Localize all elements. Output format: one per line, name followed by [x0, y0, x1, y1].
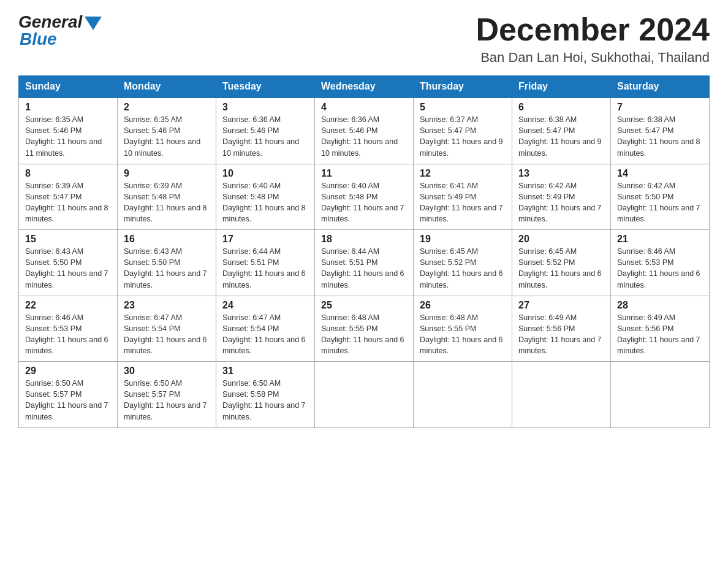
- title-area: December 2024 Ban Dan Lan Hoi, Sukhothai…: [476, 12, 710, 66]
- calendar-day-cell: 6Sunrise: 6:38 AMSunset: 5:47 PMDaylight…: [512, 98, 611, 164]
- calendar-day-cell: 7Sunrise: 6:38 AMSunset: 5:47 PMDaylight…: [611, 98, 710, 164]
- calendar-day-cell: 12Sunrise: 6:41 AMSunset: 5:49 PMDayligh…: [414, 164, 512, 230]
- day-number: 13: [518, 168, 604, 179]
- day-number: 26: [420, 300, 506, 311]
- weekday-header-sunday: Sunday: [19, 76, 118, 98]
- day-info: Sunrise: 6:35 AMSunset: 5:46 PMDaylight:…: [25, 114, 111, 159]
- weekday-header-friday: Friday: [512, 76, 611, 98]
- calendar-day-cell: 13Sunrise: 6:42 AMSunset: 5:49 PMDayligh…: [512, 164, 611, 230]
- logo: General Blue: [18, 12, 102, 49]
- day-info: Sunrise: 6:50 AMSunset: 5:57 PMDaylight:…: [25, 378, 111, 423]
- day-info: Sunrise: 6:39 AMSunset: 5:47 PMDaylight:…: [25, 180, 111, 225]
- day-info: Sunrise: 6:36 AMSunset: 5:46 PMDaylight:…: [222, 114, 308, 159]
- day-info: Sunrise: 6:36 AMSunset: 5:46 PMDaylight:…: [321, 114, 407, 159]
- weekday-header-monday: Monday: [118, 76, 216, 98]
- weekday-header-thursday: Thursday: [414, 76, 512, 98]
- calendar-day-cell: 19Sunrise: 6:45 AMSunset: 5:52 PMDayligh…: [414, 230, 512, 296]
- day-info: Sunrise: 6:38 AMSunset: 5:47 PMDaylight:…: [518, 114, 604, 159]
- calendar-week-row: 8Sunrise: 6:39 AMSunset: 5:47 PMDaylight…: [19, 164, 710, 230]
- weekday-header-tuesday: Tuesday: [216, 76, 315, 98]
- day-number: 22: [25, 300, 111, 311]
- day-number: 8: [25, 168, 111, 179]
- calendar-day-cell: 30Sunrise: 6:50 AMSunset: 5:57 PMDayligh…: [118, 362, 216, 428]
- day-info: Sunrise: 6:38 AMSunset: 5:47 PMDaylight:…: [617, 114, 703, 159]
- day-info: Sunrise: 6:46 AMSunset: 5:53 PMDaylight:…: [25, 312, 111, 357]
- day-info: Sunrise: 6:50 AMSunset: 5:58 PMDaylight:…: [222, 378, 308, 423]
- header: General Blue December 2024 Ban Dan Lan H…: [18, 12, 710, 66]
- day-info: Sunrise: 6:43 AMSunset: 5:50 PMDaylight:…: [25, 246, 111, 291]
- calendar-week-row: 29Sunrise: 6:50 AMSunset: 5:57 PMDayligh…: [19, 362, 710, 428]
- day-info: Sunrise: 6:40 AMSunset: 5:48 PMDaylight:…: [222, 180, 308, 225]
- calendar-week-row: 15Sunrise: 6:43 AMSunset: 5:50 PMDayligh…: [19, 230, 710, 296]
- day-info: Sunrise: 6:47 AMSunset: 5:54 PMDaylight:…: [124, 312, 210, 357]
- day-info: Sunrise: 6:49 AMSunset: 5:56 PMDaylight:…: [617, 312, 703, 357]
- day-info: Sunrise: 6:42 AMSunset: 5:49 PMDaylight:…: [518, 180, 604, 225]
- day-info: Sunrise: 6:41 AMSunset: 5:49 PMDaylight:…: [420, 180, 506, 225]
- day-number: 4: [321, 102, 407, 113]
- day-number: 29: [25, 366, 111, 377]
- calendar-day-cell: 20Sunrise: 6:45 AMSunset: 5:52 PMDayligh…: [512, 230, 611, 296]
- day-number: 5: [420, 102, 506, 113]
- calendar-day-cell: 23Sunrise: 6:47 AMSunset: 5:54 PMDayligh…: [118, 296, 216, 362]
- day-number: 30: [124, 366, 210, 377]
- calendar-day-cell: 22Sunrise: 6:46 AMSunset: 5:53 PMDayligh…: [19, 296, 118, 362]
- day-info: Sunrise: 6:48 AMSunset: 5:55 PMDaylight:…: [321, 312, 407, 357]
- day-info: Sunrise: 6:44 AMSunset: 5:51 PMDaylight:…: [222, 246, 308, 291]
- calendar-day-cell: 24Sunrise: 6:47 AMSunset: 5:54 PMDayligh…: [216, 296, 315, 362]
- calendar-day-cell: [512, 362, 611, 428]
- day-info: Sunrise: 6:48 AMSunset: 5:55 PMDaylight:…: [420, 312, 506, 357]
- day-info: Sunrise: 6:43 AMSunset: 5:50 PMDaylight:…: [124, 246, 210, 291]
- day-info: Sunrise: 6:49 AMSunset: 5:56 PMDaylight:…: [518, 312, 604, 357]
- location-subtitle: Ban Dan Lan Hoi, Sukhothai, Thailand: [476, 50, 710, 66]
- day-info: Sunrise: 6:50 AMSunset: 5:57 PMDaylight:…: [124, 378, 210, 423]
- calendar-day-cell: 17Sunrise: 6:44 AMSunset: 5:51 PMDayligh…: [216, 230, 315, 296]
- day-number: 20: [518, 234, 604, 245]
- day-number: 17: [222, 234, 308, 245]
- calendar-day-cell: 2Sunrise: 6:35 AMSunset: 5:46 PMDaylight…: [118, 98, 216, 164]
- calendar-day-cell: 15Sunrise: 6:43 AMSunset: 5:50 PMDayligh…: [19, 230, 118, 296]
- calendar-day-cell: 14Sunrise: 6:42 AMSunset: 5:50 PMDayligh…: [611, 164, 710, 230]
- day-number: 28: [617, 300, 703, 311]
- day-info: Sunrise: 6:35 AMSunset: 5:46 PMDaylight:…: [124, 114, 210, 159]
- month-year-title: December 2024: [476, 12, 710, 47]
- day-info: Sunrise: 6:44 AMSunset: 5:51 PMDaylight:…: [321, 246, 407, 291]
- day-info: Sunrise: 6:45 AMSunset: 5:52 PMDaylight:…: [518, 246, 604, 291]
- day-number: 6: [518, 102, 604, 113]
- weekday-header-saturday: Saturday: [611, 76, 710, 98]
- weekday-header-row: SundayMondayTuesdayWednesdayThursdayFrid…: [19, 76, 710, 98]
- calendar-day-cell: 16Sunrise: 6:43 AMSunset: 5:50 PMDayligh…: [118, 230, 216, 296]
- day-number: 19: [420, 234, 506, 245]
- weekday-header-wednesday: Wednesday: [315, 76, 414, 98]
- day-number: 27: [518, 300, 604, 311]
- calendar-day-cell: [414, 362, 512, 428]
- day-number: 7: [617, 102, 703, 113]
- calendar-day-cell: 3Sunrise: 6:36 AMSunset: 5:46 PMDaylight…: [216, 98, 315, 164]
- calendar-week-row: 1Sunrise: 6:35 AMSunset: 5:46 PMDaylight…: [19, 98, 710, 164]
- day-info: Sunrise: 6:39 AMSunset: 5:48 PMDaylight:…: [124, 180, 210, 225]
- calendar-day-cell: 28Sunrise: 6:49 AMSunset: 5:56 PMDayligh…: [611, 296, 710, 362]
- day-number: 25: [321, 300, 407, 311]
- calendar-day-cell: [315, 362, 414, 428]
- day-number: 15: [25, 234, 111, 245]
- day-number: 10: [222, 168, 308, 179]
- day-info: Sunrise: 6:40 AMSunset: 5:48 PMDaylight:…: [321, 180, 407, 225]
- calendar-day-cell: 21Sunrise: 6:46 AMSunset: 5:53 PMDayligh…: [611, 230, 710, 296]
- day-number: 18: [321, 234, 407, 245]
- calendar-day-cell: 10Sunrise: 6:40 AMSunset: 5:48 PMDayligh…: [216, 164, 315, 230]
- calendar-day-cell: 1Sunrise: 6:35 AMSunset: 5:46 PMDaylight…: [19, 98, 118, 164]
- calendar-day-cell: 5Sunrise: 6:37 AMSunset: 5:47 PMDaylight…: [414, 98, 512, 164]
- day-number: 9: [124, 168, 210, 179]
- day-number: 2: [124, 102, 210, 113]
- day-number: 21: [617, 234, 703, 245]
- calendar-day-cell: 18Sunrise: 6:44 AMSunset: 5:51 PMDayligh…: [315, 230, 414, 296]
- calendar-day-cell: 9Sunrise: 6:39 AMSunset: 5:48 PMDaylight…: [118, 164, 216, 230]
- day-info: Sunrise: 6:46 AMSunset: 5:53 PMDaylight:…: [617, 246, 703, 291]
- day-info: Sunrise: 6:45 AMSunset: 5:52 PMDaylight:…: [420, 246, 506, 291]
- calendar-day-cell: 25Sunrise: 6:48 AMSunset: 5:55 PMDayligh…: [315, 296, 414, 362]
- calendar-table: SundayMondayTuesdayWednesdayThursdayFrid…: [18, 75, 710, 428]
- day-number: 16: [124, 234, 210, 245]
- calendar-day-cell: 4Sunrise: 6:36 AMSunset: 5:46 PMDaylight…: [315, 98, 414, 164]
- day-number: 12: [420, 168, 506, 179]
- calendar-day-cell: 31Sunrise: 6:50 AMSunset: 5:58 PMDayligh…: [216, 362, 315, 428]
- day-number: 23: [124, 300, 210, 311]
